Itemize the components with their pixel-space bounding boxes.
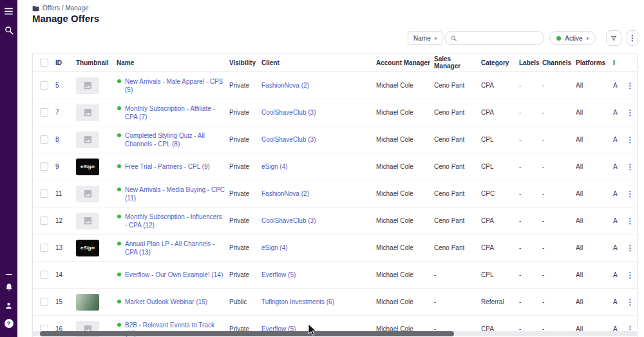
offer-name-link[interactable]: New Arrivals - Male Apparel - CPS (5) bbox=[125, 77, 225, 94]
client-link[interactable]: CoolShaveClub (3) bbox=[261, 217, 316, 224]
row-checkbox[interactable] bbox=[40, 135, 48, 144]
table-row: 15 bbox=[33, 289, 637, 316]
column-header-id: ID bbox=[55, 59, 76, 66]
cell-labels: - bbox=[519, 136, 542, 143]
row-checkbox[interactable] bbox=[40, 244, 48, 252]
cell-visibility: Private bbox=[229, 244, 261, 251]
search-column-label: Name bbox=[413, 35, 431, 42]
main-content: Offers / Manage Manage Offers Name ▾ Act… bbox=[17, 0, 644, 337]
offer-name-link[interactable]: Annual Plan LP - All Channels - CPA (13) bbox=[125, 240, 225, 256]
client-link[interactable]: FashionNova (2) bbox=[261, 82, 309, 89]
breadcrumb[interactable]: Offers / Manage bbox=[32, 5, 89, 12]
client-link[interactable]: FashionNova (2) bbox=[261, 190, 309, 197]
user-profile-icon[interactable] bbox=[0, 300, 17, 311]
row-checkbox[interactable] bbox=[40, 162, 48, 171]
cell-sales-manager: Ceno Pant bbox=[434, 163, 481, 170]
offer-name-link[interactable]: New Arrivals - Media Buying - CPC (11) bbox=[125, 186, 225, 202]
row-menu-button[interactable]: ⋮ bbox=[627, 82, 634, 90]
cell-sales-manager: Ceno Pant bbox=[434, 190, 481, 197]
column-header-labels: Labels bbox=[519, 59, 542, 66]
row-menu-button[interactable]: ⋮ bbox=[627, 109, 634, 117]
column-header-name: Name bbox=[117, 59, 229, 66]
row-menu-button[interactable]: ⋮ bbox=[627, 190, 634, 198]
row-checkbox[interactable] bbox=[40, 298, 48, 306]
cell-category: CPC bbox=[481, 190, 519, 197]
cell-category: CPL bbox=[481, 136, 519, 143]
column-header-account-manager: Account Manager bbox=[376, 59, 434, 66]
horizontal-scrollbar-thumb[interactable] bbox=[40, 331, 454, 336]
notifications-bell-icon[interactable] bbox=[0, 282, 17, 293]
cell-account-manager: Michael Cole bbox=[376, 163, 434, 170]
chevron-down-icon: ▾ bbox=[586, 36, 589, 41]
cell-labels: - bbox=[519, 163, 542, 170]
table-row: 8 bbox=[33, 126, 637, 153]
client-link[interactable]: eSign (4) bbox=[261, 244, 288, 251]
client-link[interactable]: Everflow (5) bbox=[261, 271, 296, 278]
cell-sales-manager: Ceno Pant bbox=[434, 217, 481, 224]
offer-name-link[interactable]: Free Trial - Partners - CPL (9) bbox=[125, 162, 210, 171]
column-header-category: Category bbox=[481, 59, 519, 66]
row-menu-button[interactable]: ⋮ bbox=[627, 217, 634, 225]
column-header-platforms: Platforms bbox=[576, 59, 613, 66]
row-checkbox[interactable] bbox=[40, 189, 48, 198]
photo-thumbnail bbox=[76, 294, 99, 311]
search-box[interactable] bbox=[444, 31, 544, 45]
row-checkbox[interactable] bbox=[40, 108, 48, 117]
row-checkbox[interactable] bbox=[40, 271, 48, 279]
cell-clipped: A bbox=[613, 163, 622, 170]
help-icon[interactable]: ? bbox=[0, 318, 17, 329]
client-link[interactable]: eSign (4) bbox=[261, 163, 288, 170]
offer-name-link[interactable]: Monthly Subscription - Affiliate - CPA (… bbox=[125, 104, 225, 121]
table-row: 11 bbox=[33, 180, 637, 207]
status-filter-select[interactable]: Active ▾ bbox=[549, 31, 596, 45]
table-row: 13 eSign bbox=[33, 235, 637, 262]
search-column-select[interactable]: Name ▾ bbox=[408, 31, 442, 45]
image-placeholder-icon bbox=[76, 104, 99, 121]
row-menu-button[interactable]: ⋮ bbox=[627, 298, 634, 306]
cell-clipped: A bbox=[613, 298, 622, 305]
image-placeholder-icon bbox=[76, 186, 99, 202]
cell-channels: - bbox=[542, 190, 576, 197]
everflow-logo bbox=[76, 267, 99, 284]
cell-id: 9 bbox=[55, 163, 76, 170]
search-input[interactable] bbox=[461, 34, 538, 43]
select-all-checkbox[interactable] bbox=[40, 59, 48, 67]
row-menu-button[interactable]: ⋮ bbox=[627, 163, 634, 171]
row-checkbox[interactable] bbox=[40, 81, 48, 90]
cell-clipped: A bbox=[613, 244, 622, 251]
row-menu-button[interactable]: ⋮ bbox=[627, 271, 634, 279]
cell-labels: - bbox=[519, 271, 542, 278]
cell-id: 8 bbox=[55, 136, 76, 143]
menu-icon[interactable] bbox=[0, 5, 17, 17]
image-placeholder-icon bbox=[76, 77, 99, 94]
column-header-clipped: I bbox=[613, 59, 622, 66]
sidebar-divider bbox=[6, 274, 12, 275]
cell-platforms: All bbox=[576, 136, 613, 143]
cell-labels: - bbox=[519, 109, 542, 116]
toolbar: Name ▾ Active ▾ ⋮ bbox=[408, 30, 638, 46]
client-link[interactable]: Tufington Investments (6) bbox=[261, 298, 334, 305]
offer-name-link[interactable]: Completed Styling Quiz - All Channels - … bbox=[125, 131, 225, 148]
breadcrumb-text: Offers / Manage bbox=[43, 5, 89, 12]
column-header-client: Client bbox=[261, 59, 376, 66]
cell-id: 14 bbox=[55, 271, 76, 278]
help-question-glyph: ? bbox=[5, 319, 14, 328]
row-menu-button[interactable]: ⋮ bbox=[627, 136, 634, 144]
column-header-sales-manager: Sales Manager bbox=[434, 55, 481, 70]
cell-account-manager: Michael Cole bbox=[376, 109, 434, 116]
cell-visibility: Private bbox=[229, 82, 261, 89]
offer-name-link[interactable]: Monthly Subscription - Influencers - CPA… bbox=[125, 213, 225, 229]
table-options-button[interactable]: ⋮ bbox=[627, 30, 638, 46]
client-link[interactable]: CoolShaveClub (3) bbox=[261, 136, 316, 143]
offer-name-link[interactable]: Market Outlook Webinar (15) bbox=[125, 298, 207, 306]
row-menu-button[interactable]: ⋮ bbox=[627, 244, 634, 252]
filter-button[interactable] bbox=[606, 30, 621, 46]
active-status-dot bbox=[117, 188, 121, 191]
offer-name-link[interactable]: Everflow - Our Own Example! (14) bbox=[125, 271, 223, 279]
row-checkbox[interactable] bbox=[40, 217, 48, 225]
cell-category: CPA bbox=[481, 244, 519, 251]
active-status-dot bbox=[117, 164, 121, 168]
search-icon[interactable] bbox=[0, 24, 17, 36]
client-link[interactable]: CoolShaveClub (3) bbox=[261, 109, 316, 116]
cell-visibility: Private bbox=[229, 217, 261, 224]
